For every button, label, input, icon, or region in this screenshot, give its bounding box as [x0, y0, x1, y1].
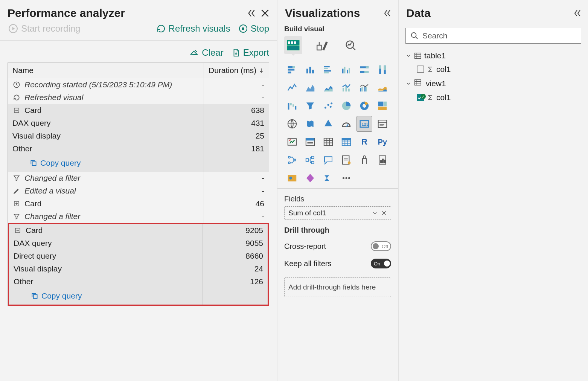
kpi-icon[interactable] — [284, 134, 300, 150]
stacked-area-icon[interactable] — [320, 80, 336, 96]
chevron-down-icon — [405, 81, 411, 87]
copy-query-link[interactable]: Copy query — [14, 290, 82, 303]
map-icon[interactable] — [284, 116, 300, 132]
fields-well[interactable]: Sum of col1 — [284, 206, 391, 220]
card1-visual-row: Visual display25 — [8, 130, 269, 142]
collapse-icon[interactable] — [246, 8, 256, 18]
svg-rect-42 — [360, 88, 361, 91]
donut-icon[interactable] — [356, 98, 372, 114]
clustered-column-icon[interactable] — [338, 62, 354, 78]
drill-through-drop[interactable]: Add drill-through fields here — [284, 277, 391, 297]
card2-row[interactable]: Card 46 — [8, 197, 269, 210]
export-button[interactable]: Export — [232, 47, 269, 58]
area-chart-icon[interactable] — [302, 80, 318, 96]
svg-point-50 — [324, 107, 326, 109]
col-name-header[interactable]: Name — [8, 63, 204, 78]
smart-narrative-icon[interactable] — [338, 152, 354, 168]
drill-through-label: Drill through — [277, 220, 398, 238]
matrix-icon[interactable] — [338, 134, 354, 150]
chevron-down-icon[interactable] — [372, 210, 378, 216]
checkbox-unchecked[interactable] — [417, 66, 424, 73]
stop-label: Stop — [251, 23, 269, 34]
collapse-icon[interactable] — [382, 9, 391, 18]
ribbon-chart-icon[interactable] — [375, 80, 390, 96]
scatter-icon[interactable] — [320, 98, 336, 114]
collapse-minus-icon[interactable] — [14, 227, 22, 233]
stacked-column-icon[interactable] — [302, 62, 318, 78]
svg-point-84 — [288, 162, 290, 164]
svg-rect-16 — [288, 66, 293, 68]
chevron-down-icon — [405, 53, 411, 59]
view1-node[interactable]: ✓ view1 — [405, 76, 581, 91]
table1-node[interactable]: table1 — [405, 49, 581, 62]
stacked-bar-100-icon[interactable] — [356, 62, 372, 78]
power-automate-icon[interactable] — [320, 170, 336, 186]
filled-map-icon[interactable] — [302, 116, 318, 132]
pie-icon[interactable] — [338, 98, 354, 114]
pencil-icon — [12, 187, 21, 194]
refresh-visuals-label: Refresh visuals — [169, 23, 230, 34]
slicer-icon[interactable] — [302, 134, 318, 150]
build-visual-label: Build visual — [277, 23, 398, 33]
svg-rect-13 — [294, 41, 296, 44]
filter-icon — [12, 175, 21, 181]
keep-all-filters-toggle[interactable]: On — [371, 259, 391, 268]
multi-row-card-icon[interactable] — [375, 116, 390, 132]
key-influencers-icon[interactable] — [284, 152, 300, 168]
svg-rect-29 — [347, 70, 348, 73]
svg-rect-20 — [306, 69, 308, 74]
tab-build-visual[interactable] — [284, 36, 302, 54]
card1-copy-row[interactable]: Copy query — [8, 155, 269, 172]
collapse-minus-icon[interactable] — [12, 107, 21, 113]
gauge-icon[interactable] — [338, 116, 354, 132]
line-chart-icon[interactable] — [284, 80, 300, 96]
card3-copy-row[interactable]: Copy query — [9, 288, 268, 305]
card3-row[interactable]: Card 9205 — [9, 224, 268, 237]
close-icon[interactable] — [260, 8, 270, 18]
card3-dax-row: DAX query9055 — [9, 237, 268, 250]
decomposition-tree-icon[interactable] — [302, 152, 318, 168]
line-clustered-column-icon[interactable] — [356, 80, 372, 96]
tab-format-visual[interactable] — [313, 36, 331, 54]
more-visuals-icon[interactable] — [338, 170, 354, 186]
qa-icon[interactable] — [320, 152, 336, 168]
goals-icon[interactable] — [356, 152, 372, 168]
check-badge-icon: ✓ — [420, 94, 426, 99]
azure-map-icon[interactable] — [320, 116, 336, 132]
refresh-visuals-button[interactable]: Refresh visuals — [157, 23, 230, 34]
clear-button[interactable]: Clear — [190, 47, 223, 58]
clear-label: Clear — [202, 47, 223, 58]
waterfall-icon[interactable] — [284, 98, 300, 114]
power-apps-icon[interactable] — [302, 170, 318, 186]
card-visual-icon[interactable]: 123 — [356, 116, 372, 132]
cross-report-toggle[interactable]: Off — [371, 241, 391, 251]
funnel-icon[interactable] — [302, 98, 318, 114]
table1-col1-node[interactable]: col1 — [405, 62, 581, 76]
stacked-bar-icon[interactable] — [284, 62, 300, 78]
paginated-report-icon[interactable] — [375, 152, 390, 168]
changed-filter-row: Changed a filter - — [8, 172, 269, 184]
remove-field-icon[interactable] — [381, 210, 387, 216]
arcgis-maps-icon[interactable] — [284, 170, 300, 186]
clustered-bar-icon[interactable] — [320, 62, 336, 78]
expand-plus-icon[interactable] — [12, 201, 21, 207]
tab-analytics[interactable] — [341, 36, 360, 54]
col-duration-header[interactable]: Duration (ms) — [204, 63, 269, 78]
copy-query-link[interactable]: Copy query — [12, 157, 81, 170]
card1-row[interactable]: Card 638 — [8, 104, 269, 117]
collapse-icon[interactable] — [572, 9, 581, 18]
r-visual-icon[interactable]: R — [356, 134, 372, 150]
svg-rect-25 — [324, 70, 331, 72]
stacked-column-100-icon[interactable] — [375, 62, 390, 78]
treemap-icon[interactable] — [375, 98, 390, 114]
sigma-icon — [427, 66, 434, 73]
stop-button[interactable]: Stop — [239, 23, 269, 34]
line-column-icon[interactable] — [338, 80, 354, 96]
python-visual-icon[interactable]: Py — [375, 134, 390, 150]
table-icon[interactable] — [320, 134, 336, 150]
card3-directquery-row: Direct query8660 — [9, 250, 268, 262]
svg-rect-19 — [288, 72, 291, 73]
svg-rect-34 — [364, 71, 369, 73]
search-input[interactable]: Search — [405, 28, 581, 44]
view1-col1-node[interactable]: ✓ col1 — [405, 91, 581, 104]
